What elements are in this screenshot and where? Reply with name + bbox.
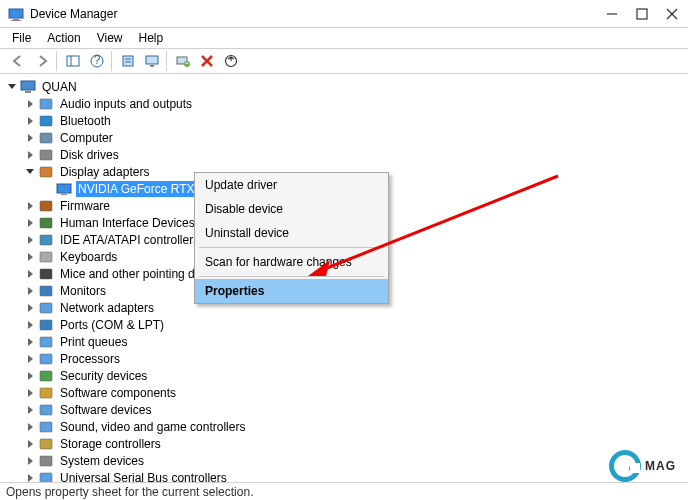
svg-rect-46 <box>40 473 52 483</box>
ctx-update-driver[interactable]: Update driver <box>195 173 388 197</box>
forward-button[interactable] <box>31 50 53 72</box>
chevron-icon[interactable] <box>28 151 33 159</box>
category-icon <box>38 385 54 401</box>
back-button[interactable] <box>7 50 29 72</box>
svg-rect-0 <box>9 9 23 18</box>
chevron-icon[interactable] <box>28 372 33 380</box>
category-icon <box>38 215 54 231</box>
maximize-button[interactable] <box>636 8 648 20</box>
chevron-icon[interactable] <box>28 355 33 363</box>
svg-rect-1 <box>13 19 19 20</box>
svg-rect-32 <box>40 235 52 245</box>
context-menu: Update driver Disable device Uninstall d… <box>194 172 389 304</box>
tree-category-label: Audio inputs and outputs <box>58 96 194 112</box>
chevron-icon[interactable] <box>28 338 33 346</box>
menu-help[interactable]: Help <box>131 29 172 47</box>
tree-category-label: Network adapters <box>58 300 156 316</box>
tree-category-label: Print queues <box>58 334 129 350</box>
watermark-logo: MAG <box>609 450 676 482</box>
svg-rect-37 <box>40 320 52 330</box>
chevron-icon[interactable] <box>28 321 33 329</box>
tree-category[interactable]: Print queues <box>6 333 682 350</box>
chevron-icon[interactable] <box>28 287 33 295</box>
category-icon <box>38 402 54 418</box>
menu-action[interactable]: Action <box>39 29 88 47</box>
status-text: Opens property sheet for the current sel… <box>6 485 253 499</box>
tree-category[interactable]: Computer <box>6 129 682 146</box>
menu-bar: File Action View Help <box>0 28 688 48</box>
svg-rect-44 <box>40 439 52 449</box>
status-bar: Opens property sheet for the current sel… <box>0 482 688 500</box>
chevron-icon[interactable] <box>28 202 33 210</box>
tree-category-label: Ports (COM & LPT) <box>58 317 166 333</box>
category-icon <box>38 453 54 469</box>
close-button[interactable] <box>666 8 678 20</box>
tree-category[interactable]: System devices <box>6 452 682 469</box>
help-button[interactable]: ? <box>86 50 108 72</box>
minimize-button[interactable] <box>606 8 618 20</box>
chevron-icon[interactable] <box>28 100 33 108</box>
chevron-icon[interactable] <box>28 304 33 312</box>
chevron-icon[interactable] <box>26 169 34 174</box>
category-icon <box>38 419 54 435</box>
ctx-disable-device[interactable]: Disable device <box>195 197 388 221</box>
scan-icon[interactable] <box>172 50 194 72</box>
window-title: Device Manager <box>30 7 606 21</box>
ctx-properties[interactable]: Properties <box>195 279 388 303</box>
svg-rect-26 <box>40 150 52 160</box>
tree-category-label: Keyboards <box>58 249 119 265</box>
chevron-icon[interactable] <box>28 440 33 448</box>
update-icon[interactable] <box>220 50 242 72</box>
svg-text:?: ? <box>94 54 101 67</box>
tree-category[interactable]: Ports (COM & LPT) <box>6 316 682 333</box>
svg-rect-41 <box>40 388 52 398</box>
chevron-icon[interactable] <box>28 253 33 261</box>
show-hide-tree-button[interactable] <box>62 50 84 72</box>
properties-button[interactable] <box>117 50 139 72</box>
toolbar: ? <box>0 48 688 74</box>
category-icon <box>38 334 54 350</box>
svg-rect-22 <box>25 91 31 93</box>
chevron-down-icon[interactable] <box>8 84 16 89</box>
tree-category[interactable]: Processors <box>6 350 682 367</box>
chevron-icon[interactable] <box>28 236 33 244</box>
tree-category[interactable]: Security devices <box>6 367 682 384</box>
chevron-icon[interactable] <box>28 474 33 482</box>
monitor-button[interactable] <box>141 50 163 72</box>
svg-rect-40 <box>40 371 52 381</box>
tree-root-label: QUAN <box>40 79 79 95</box>
category-icon <box>38 266 54 282</box>
tree-category[interactable]: Software devices <box>6 401 682 418</box>
category-icon <box>38 249 54 265</box>
tree-category[interactable]: Bluetooth <box>6 112 682 129</box>
chevron-icon[interactable] <box>28 219 33 227</box>
tree-category-label: Monitors <box>58 283 108 299</box>
chevron-icon[interactable] <box>28 117 33 125</box>
svg-rect-45 <box>40 456 52 466</box>
svg-rect-15 <box>150 65 154 67</box>
chevron-icon[interactable] <box>28 423 33 431</box>
tree-category[interactable]: Sound, video and game controllers <box>6 418 682 435</box>
tree-category[interactable]: Universal Serial Bus controllers <box>6 469 682 482</box>
uninstall-icon[interactable] <box>196 50 218 72</box>
menu-file[interactable]: File <box>4 29 39 47</box>
chevron-icon[interactable] <box>28 457 33 465</box>
tree-category-label: Computer <box>58 130 115 146</box>
window-controls <box>606 8 678 20</box>
ctx-scan-hardware[interactable]: Scan for hardware changes <box>195 250 388 274</box>
tree-category[interactable]: Audio inputs and outputs <box>6 95 682 112</box>
svg-rect-28 <box>57 184 71 193</box>
computer-icon <box>20 79 36 95</box>
watermark-text: MAG <box>645 459 676 473</box>
tree-root[interactable]: QUAN <box>6 78 682 95</box>
svg-rect-43 <box>40 422 52 432</box>
menu-view[interactable]: View <box>89 29 131 47</box>
tree-category[interactable]: Disk drives <box>6 146 682 163</box>
ctx-uninstall-device[interactable]: Uninstall device <box>195 221 388 245</box>
chevron-icon[interactable] <box>28 270 33 278</box>
chevron-icon[interactable] <box>28 134 33 142</box>
chevron-icon[interactable] <box>28 389 33 397</box>
tree-category[interactable]: Software components <box>6 384 682 401</box>
chevron-icon[interactable] <box>28 406 33 414</box>
tree-category[interactable]: Storage controllers <box>6 435 682 452</box>
